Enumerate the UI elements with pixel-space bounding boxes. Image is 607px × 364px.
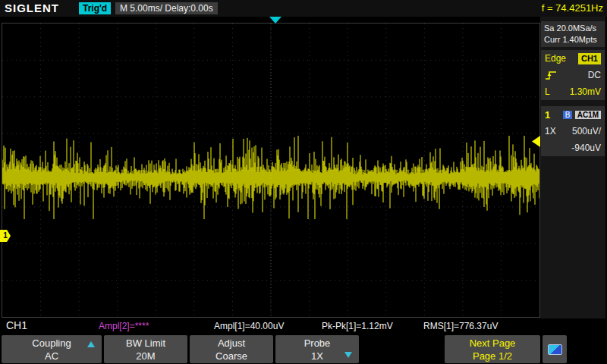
trigger-status-badge: Trig'd bbox=[79, 2, 111, 14]
trigger-position-marker bbox=[269, 17, 281, 24]
rising-edge-icon bbox=[545, 71, 557, 80]
trigger-info-box: Edge CH1 DC L 1.30mV bbox=[541, 50, 605, 100]
measurement-pkpk1: Pk-Pk[1]=1.12mV bbox=[322, 321, 393, 331]
softkey-menu-bar: Coupling AC BW Limit 20M Adjust Coarse P… bbox=[0, 334, 607, 364]
softkey-bw-limit-value: 20M bbox=[136, 350, 155, 362]
grid-lines bbox=[2, 24, 539, 317]
trigger-mode-label: Edge bbox=[545, 53, 566, 64]
measurement-ampl2: Ampl[2]=**** bbox=[99, 321, 149, 331]
channel-number-label: 1 bbox=[545, 109, 550, 121]
measurement-rms1: RMS[1]=776.37uV bbox=[423, 321, 498, 331]
softkey-coupling-value: AC bbox=[45, 350, 58, 362]
softkey-adjust-label: Adjust bbox=[218, 337, 245, 350]
softkey-next-page-value: Page 1/2 bbox=[473, 350, 512, 362]
volts-per-div-readout: 500uV/ bbox=[572, 126, 601, 136]
softkey-next-page-label: Next Page bbox=[470, 337, 516, 350]
softkey-probe-label: Probe bbox=[304, 337, 331, 350]
brand-logo: SIGLENT bbox=[5, 2, 59, 14]
down-arrow-icon bbox=[344, 352, 352, 358]
softkey-adjust[interactable]: Adjust Coarse bbox=[190, 335, 273, 363]
measurement-ampl1: Ampl[1]=40.00uV bbox=[214, 321, 284, 331]
channel-offset-readout: -940uV bbox=[571, 143, 601, 153]
trigger-coupling-label: DC bbox=[588, 70, 601, 80]
channel-coupling-badge: AC1M bbox=[575, 111, 601, 119]
softkey-adjust-value: Coarse bbox=[215, 350, 247, 362]
probe-attenuation-readout: 1X bbox=[545, 126, 556, 136]
waveform-display bbox=[2, 23, 540, 318]
softkey-probe[interactable]: Probe 1X bbox=[275, 335, 359, 363]
trigger-level-readout: 1.30mV bbox=[570, 86, 601, 97]
graticule bbox=[2, 24, 539, 317]
sample-rate-readout: Sa 20.0MSa/s bbox=[544, 23, 602, 34]
top-status-bar: SIGLENT Trig'd M 5.00ms/ Delay:0.00s f =… bbox=[0, 0, 607, 17]
side-info-panel: Sa 20.0MSa/s Curr 1.40Mpts Edge CH1 DC L… bbox=[540, 17, 605, 318]
softkey-next-page[interactable]: Next Page Page 1/2 bbox=[445, 335, 540, 363]
menu-display-button[interactable] bbox=[543, 335, 567, 363]
softkey-coupling-label: Coupling bbox=[32, 337, 71, 350]
softkey-coupling[interactable]: Coupling AC bbox=[2, 335, 102, 363]
up-arrow-icon bbox=[87, 341, 95, 347]
timebase-readout: M 5.00ms/ Delay:0.00s bbox=[115, 2, 218, 14]
screen-icon bbox=[548, 344, 562, 355]
trigger-source-badge: CH1 bbox=[578, 53, 601, 64]
bw-limit-badge: B bbox=[563, 111, 573, 119]
softkey-bw-limit[interactable]: BW Limit 20M bbox=[104, 335, 187, 363]
memory-depth-readout: Curr 1.40Mpts bbox=[544, 34, 602, 46]
trigger-level-letter: L bbox=[545, 86, 550, 97]
channel-info-box: 1 B AC1M 1X 500uV/ -940uV bbox=[541, 106, 605, 156]
acquisition-info-box: Sa 20.0MSa/s Curr 1.40Mpts bbox=[541, 21, 605, 47]
frequency-counter: f = 74.4251Hz bbox=[542, 2, 603, 14]
measurement-bar: CH1 Ampl[2]=**** Ampl[1]=40.00uV Pk-Pk[1… bbox=[0, 318, 540, 334]
softkey-probe-value: 1X bbox=[311, 350, 323, 362]
softkey-bw-limit-label: BW Limit bbox=[126, 337, 165, 350]
measurement-channel-label: CH1 bbox=[6, 319, 27, 331]
